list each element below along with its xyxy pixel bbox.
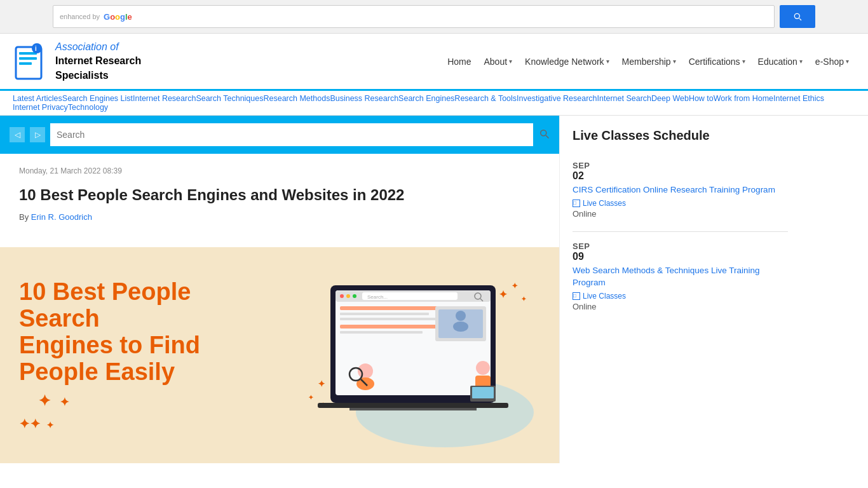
- svg-rect-18: [340, 313, 429, 315]
- link-investigative-research[interactable]: Investigative Research: [517, 94, 597, 103]
- google-search-button[interactable]: [780, 5, 815, 28]
- logo-assoc: Association: [55, 41, 107, 52]
- logo-specialists: Specialists: [55, 70, 109, 81]
- svg-point-14: [353, 294, 356, 298]
- schedule-day-2: 09: [573, 251, 788, 262]
- article-content: Monday, 21 March 2022 08:39 10 Best Peop…: [0, 154, 559, 247]
- hero-illustration: Search...: [273, 260, 540, 457]
- svg-rect-20: [340, 325, 448, 329]
- nav-eshop[interactable]: e-Shop ▾: [809, 53, 855, 71]
- article-author: By Erin R. Goodrich: [19, 212, 540, 222]
- content-area: ◁ ▷ Monday, 21 March 2022 08:39 10 Best …: [0, 116, 559, 463]
- schedule-tag-2: □ Live Classes: [573, 292, 626, 301]
- schedule-event-title-2[interactable]: Web Search Methods & Techniques Live Tra…: [573, 265, 788, 289]
- svg-point-13: [346, 294, 350, 298]
- svg-text:Search...: Search...: [367, 294, 388, 300]
- nav-certifications[interactable]: Certifications ▾: [682, 53, 752, 71]
- schedule-tag-link-2[interactable]: Live Classes: [583, 292, 626, 301]
- schedule-item-1: SEP 02 CIRS Certification Online Researc…: [573, 161, 788, 219]
- svg-point-4: [32, 43, 42, 53]
- schedule-tag-link-1[interactable]: Live Classes: [583, 199, 626, 208]
- svg-rect-2: [19, 57, 37, 60]
- svg-text:✦: ✦: [499, 289, 508, 300]
- nav-home[interactable]: Home: [441, 53, 477, 71]
- svg-text:✦: ✦: [512, 281, 518, 290]
- link-latest-articles[interactable]: Latest Articles: [13, 94, 62, 103]
- link-search-engines-list[interactable]: Search Engines List: [62, 94, 133, 103]
- hero-line1: 10 Best People Search: [19, 280, 222, 333]
- link-internet-search[interactable]: Internet Search: [597, 94, 651, 103]
- link-internet-privacy[interactable]: Internet Privacy: [13, 103, 68, 112]
- schedule-location-1: Online: [573, 209, 788, 219]
- tag-icon-2: □: [573, 292, 580, 300]
- link-business-research[interactable]: Business Research: [330, 94, 398, 103]
- link-search-engines[interactable]: Search Engines: [398, 94, 454, 103]
- schedule-event-title-1[interactable]: CIRS Certification Online Research Train…: [573, 184, 788, 196]
- schedule-day-1: 02: [573, 170, 788, 182]
- main-layout: ◁ ▷ Monday, 21 March 2022 08:39 10 Best …: [0, 116, 868, 463]
- svg-rect-43: [349, 408, 477, 410]
- google-search-bar: enhanced by Google: [0, 0, 868, 34]
- link-work-from-home[interactable]: Work from Home: [714, 94, 773, 103]
- svg-point-24: [456, 311, 466, 321]
- svg-text:✦: ✦: [318, 379, 325, 389]
- link-research-methods[interactable]: Research Methods: [263, 94, 330, 103]
- svg-rect-42: [318, 403, 508, 408]
- svg-rect-21: [340, 331, 423, 334]
- link-internet-research[interactable]: Internet Research: [133, 94, 196, 103]
- article-search-input[interactable]: [50, 123, 533, 146]
- svg-rect-35: [472, 387, 494, 398]
- google-search-box[interactable]: enhanced by Google: [53, 5, 775, 28]
- svg-line-7: [546, 135, 549, 139]
- link-how-to[interactable]: How to: [689, 94, 714, 103]
- link-internet-ethics[interactable]: Internet Ethics: [773, 94, 824, 103]
- logo-text: Association of Internet Research Special…: [55, 40, 141, 83]
- article-title: 10 Best People Search Engines and Websit…: [19, 185, 540, 205]
- module-next-button[interactable]: ▷: [30, 127, 45, 142]
- google-search-input[interactable]: [137, 11, 768, 22]
- schedule-month-2: SEP: [573, 241, 788, 251]
- svg-point-6: [541, 130, 546, 136]
- site-header: i Association of Internet Research Speci…: [0, 34, 868, 91]
- svg-text:✦: ✦: [521, 295, 527, 302]
- svg-point-32: [476, 361, 490, 375]
- article-search-button[interactable]: [538, 128, 550, 142]
- article-date: Monday, 21 March 2022 08:39: [19, 166, 540, 175]
- by-label: By: [19, 212, 29, 222]
- svg-point-12: [340, 294, 344, 298]
- main-nav: Home About ▾ Knowledge Network ▾ Members…: [441, 53, 855, 71]
- logo-icon: i: [13, 41, 48, 82]
- article-hero-image: 10 Best People Search Engines to Find Pe…: [0, 247, 559, 463]
- svg-point-28: [358, 363, 373, 379]
- sidebar-title: Live Classes Schedule: [573, 128, 788, 148]
- hero-text: 10 Best People Search Engines to Find Pe…: [19, 280, 222, 431]
- nav-knowledge[interactable]: Knowledge Network ▾: [519, 53, 616, 71]
- hero-line2: Engines to Find: [19, 332, 222, 359]
- link-deep-web[interactable]: Deep Web: [651, 94, 689, 103]
- logo-internet: Internet Research: [55, 55, 141, 66]
- author-link[interactable]: Erin R. Goodrich: [31, 212, 92, 222]
- svg-text:✦: ✦: [308, 394, 314, 401]
- nav-education[interactable]: Education ▾: [752, 53, 809, 71]
- nav-membership[interactable]: Membership ▾: [616, 53, 682, 71]
- link-technology[interactable]: Technology: [68, 103, 108, 112]
- svg-rect-19: [340, 318, 442, 320]
- sidebar: Live Classes Schedule SEP 02 CIRS Certif…: [559, 116, 801, 463]
- logo-area: i Association of Internet Research Speci…: [13, 40, 141, 83]
- article-search-bar: ◁ ▷: [0, 116, 559, 154]
- svg-point-25: [453, 322, 468, 332]
- schedule-divider-1: [573, 231, 788, 232]
- svg-rect-3: [19, 62, 32, 65]
- svg-text:i: i: [35, 45, 37, 52]
- tag-icon-1: □: [573, 200, 580, 207]
- link-search-techniques[interactable]: Search Techniques: [196, 94, 263, 103]
- enhanced-by-label: enhanced by: [60, 13, 100, 20]
- link-research-tools[interactable]: Research & Tools: [454, 94, 517, 103]
- schedule-month-1: SEP: [573, 161, 788, 170]
- google-logo: Google: [104, 12, 132, 22]
- module-prev-button[interactable]: ◁: [10, 127, 25, 142]
- schedule-location-2: Online: [573, 302, 788, 311]
- nav-about[interactable]: About ▾: [478, 53, 519, 71]
- schedule-item-2: SEP 09 Web Search Methods & Techniques L…: [573, 241, 788, 311]
- links-bar: Latest Articles Search Engines List Inte…: [0, 91, 868, 116]
